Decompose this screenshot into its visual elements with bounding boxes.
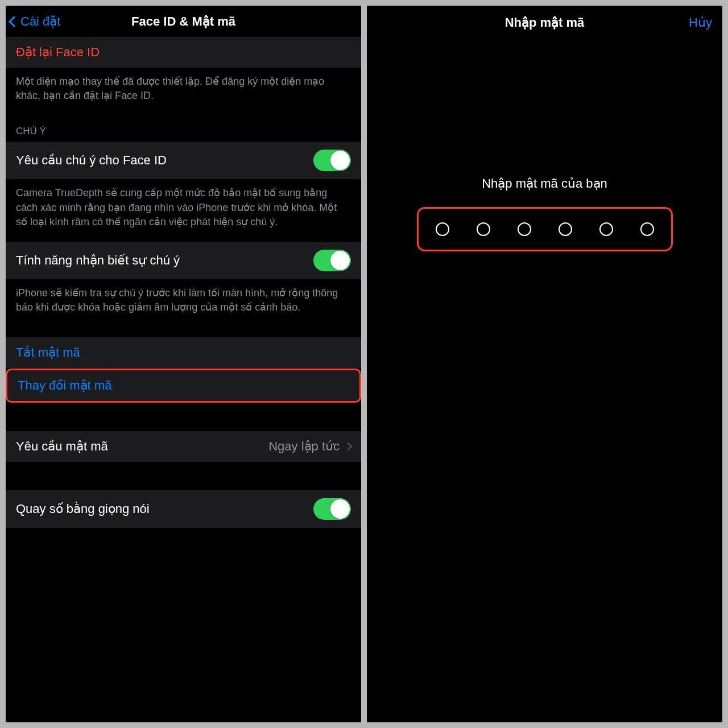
cancel-button[interactable]: Hủy bbox=[689, 15, 712, 30]
passcode-screen: Nhập mật mã Hủy Nhập mật mã của bạn bbox=[367, 6, 722, 722]
require-passcode-label: Yêu cầu mật mã bbox=[16, 439, 108, 454]
require-passcode-value: Ngay lập tức bbox=[268, 439, 340, 454]
attention-aware-toggle[interactable] bbox=[313, 250, 351, 271]
attention-aware-footer: iPhone sẽ kiểm tra sự chú ý trước khi là… bbox=[6, 279, 361, 327]
back-button[interactable]: Cài đặt bbox=[10, 14, 60, 29]
nav-bar: Cài đặt Face ID & Mật mã bbox=[6, 6, 361, 37]
page-title: Nhập mật mã bbox=[505, 15, 585, 30]
passcode-dot-icon bbox=[518, 222, 531, 236]
back-label: Cài đặt bbox=[20, 14, 60, 29]
passcode-input[interactable] bbox=[417, 207, 673, 251]
change-passcode-label: Thay đổi mật mã bbox=[18, 378, 111, 393]
passcode-prompt: Nhập mật mã của bạn bbox=[482, 176, 607, 191]
page-title: Face ID & Mật mã bbox=[13, 14, 354, 29]
voice-dial-label: Quay số bằng giọng nói bbox=[16, 502, 150, 516]
reset-faceid-footer: Một diện mạo thay thế đã được thiết lập.… bbox=[6, 68, 361, 115]
passcode-dot-icon bbox=[599, 222, 613, 236]
require-attention-toggle[interactable] bbox=[313, 150, 351, 171]
toggle-knob-icon bbox=[330, 499, 350, 519]
reset-faceid-row[interactable]: Đặt lại Face ID bbox=[6, 37, 361, 68]
passcode-dot-icon bbox=[559, 222, 572, 236]
require-attention-label: Yêu cầu chú ý cho Face ID bbox=[16, 153, 167, 168]
require-attention-footer: Camera TrueDepth sẽ cung cấp một mức độ … bbox=[6, 179, 361, 242]
chevron-right-icon bbox=[344, 442, 352, 450]
voice-dial-row[interactable]: Quay số bằng giọng nói bbox=[6, 490, 361, 528]
require-attention-row[interactable]: Yêu cầu chú ý cho Face ID bbox=[6, 142, 361, 179]
chevron-left-icon bbox=[9, 16, 20, 27]
turn-off-passcode-label: Tắt mật mã bbox=[16, 345, 80, 360]
voice-dial-toggle[interactable] bbox=[313, 498, 351, 520]
attention-header: CHÚ Ý bbox=[6, 115, 361, 142]
passcode-dot-icon bbox=[640, 222, 654, 236]
toggle-knob-icon bbox=[330, 251, 350, 270]
passcode-dot-icon bbox=[477, 222, 490, 236]
attention-aware-label: Tính năng nhận biết sự chú ý bbox=[16, 253, 180, 268]
change-passcode-row[interactable]: Thay đổi mật mã bbox=[6, 369, 361, 403]
reset-faceid-label: Đặt lại Face ID bbox=[16, 45, 100, 60]
require-passcode-row[interactable]: Yêu cầu mật mã Ngay lập tức bbox=[6, 431, 361, 462]
settings-screen: Cài đặt Face ID & Mật mã Đặt lại Face ID… bbox=[6, 6, 361, 722]
nav-bar: Nhập mật mã Hủy bbox=[367, 6, 722, 40]
turn-off-passcode-row[interactable]: Tắt mật mã bbox=[6, 337, 361, 368]
toggle-knob-icon bbox=[330, 151, 350, 170]
passcode-dot-icon bbox=[436, 222, 449, 236]
passcode-content: Nhập mật mã của bạn bbox=[367, 176, 722, 251]
attention-aware-row[interactable]: Tính năng nhận biết sự chú ý bbox=[6, 242, 361, 279]
